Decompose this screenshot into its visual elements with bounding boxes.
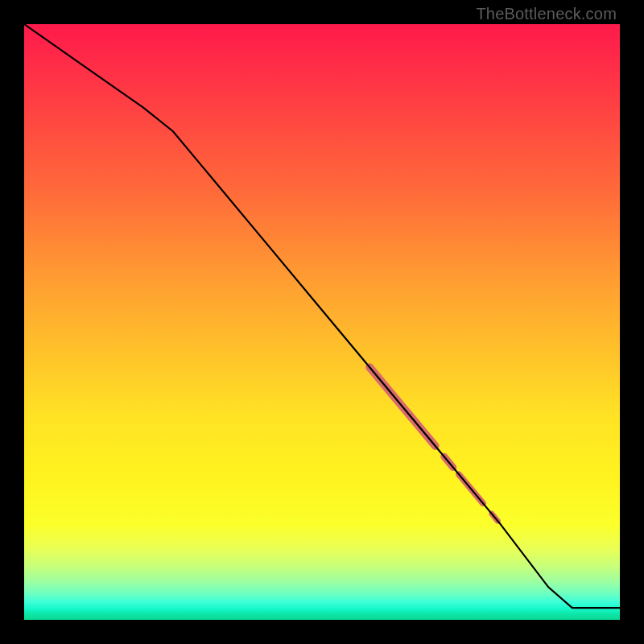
- chart-plot-area: [24, 24, 620, 620]
- chart-stage: TheBottleneck.com: [0, 0, 644, 644]
- chart-svg: [24, 24, 620, 620]
- attribution-label: TheBottleneck.com: [476, 5, 617, 23]
- chart-line: [24, 24, 620, 608]
